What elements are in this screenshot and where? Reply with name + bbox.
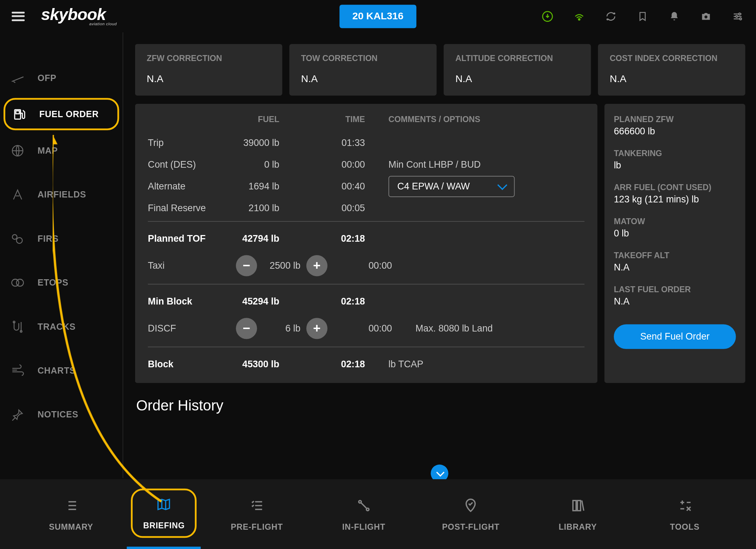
nav-label: TOOLS <box>670 522 699 531</box>
nav-in-flight[interactable]: IN-FLIGHT <box>317 497 411 531</box>
taxi-increment-button[interactable]: + <box>306 255 327 276</box>
tracks-icon <box>11 319 25 333</box>
sidebar-item-label: ETOPS <box>38 277 68 287</box>
card-value: N.A <box>455 73 579 85</box>
discf-increment-button[interactable]: + <box>306 317 327 339</box>
nav-label: LIBRARY <box>559 522 597 531</box>
taxi-decrement-button[interactable]: − <box>236 255 257 276</box>
nav-label: IN-FLIGHT <box>342 522 385 531</box>
cost-index-correction-card[interactable]: COST INDEX CORRECTION N.A <box>598 44 745 95</box>
sidebar-item-label: AIRFIELDS <box>38 189 86 199</box>
zfw-correction-card[interactable]: ZFW CORRECTION N.A <box>135 44 283 95</box>
logo-text: skybook <box>41 5 106 24</box>
altitude-correction-card[interactable]: ALTITUDE CORRECTION N.A <box>444 44 591 95</box>
card-label: ALTITUDE CORRECTION <box>455 53 579 63</box>
alternate-dropdown[interactable]: C4 EPWA / WAW <box>389 176 515 197</box>
fuel-content-row: FUEL TIME COMMENTS / OPTIONS Trip 39000 … <box>135 104 745 383</box>
sidebar-item-label: TRACKS <box>38 321 76 331</box>
logo: skybook aviation cloud <box>41 6 117 26</box>
menu-button[interactable] <box>12 12 25 21</box>
main-content: ZFW CORRECTION N.A TOW CORRECTION N.A AL… <box>123 32 756 479</box>
sidebar-item-label: CHARTS <box>38 366 76 375</box>
svg-rect-9 <box>16 111 19 113</box>
row-cont: Cont (DES) 0 lb 00:00 Min Cont LHBP / BU… <box>148 154 584 175</box>
nav-summary[interactable]: SUMMARY <box>24 497 118 531</box>
sidebar-item-airfields[interactable]: AIRFIELDS <box>0 173 122 216</box>
settings-icon[interactable] <box>731 10 744 23</box>
svg-point-11 <box>12 234 17 239</box>
sidebar-item-tracks[interactable]: TRACKS <box>0 304 122 348</box>
corrections-row: ZFW CORRECTION N.A TOW CORRECTION N.A AL… <box>135 44 745 95</box>
header: skybook aviation cloud 20 KAL316 <box>0 0 756 32</box>
download-icon[interactable] <box>541 10 554 23</box>
svg-point-18 <box>366 508 369 511</box>
sidebar-item-firs[interactable]: FIRS <box>0 216 122 260</box>
fuel-pump-icon <box>12 107 26 121</box>
card-value: N.A <box>610 73 734 85</box>
time-header: TIME <box>306 114 377 124</box>
fuel-table-header: FUEL TIME COMMENTS / OPTIONS <box>148 114 584 124</box>
pin-icon <box>11 407 25 421</box>
sp-matow: MATOW 0 lb <box>614 216 736 239</box>
bell-icon[interactable] <box>668 10 681 23</box>
tow-correction-card[interactable]: TOW CORRECTION N.A <box>289 44 437 95</box>
nav-label: SUMMARY <box>49 522 93 531</box>
sidebar-item-etops[interactable]: ETOPS <box>0 260 122 304</box>
sidebar: OFP FUEL ORDER MAP AIRFIELDS FIRS ETOPS … <box>0 32 123 478</box>
sidebar-item-notices[interactable]: NOTICES <box>0 393 122 436</box>
route-icon <box>356 497 372 514</box>
card-label: COST INDEX CORRECTION <box>610 53 734 63</box>
discf-decrement-button[interactable]: − <box>236 317 257 339</box>
svg-point-5 <box>738 13 741 15</box>
side-panel: PLANNED ZFW 666600 lb TANKERING lb ARR F… <box>604 104 745 383</box>
row-min-block: Min Block 45294 lb 02:18 <box>148 290 584 312</box>
runway-icon <box>11 187 25 201</box>
send-fuel-order-button[interactable]: Send Fuel Order <box>614 324 736 349</box>
camera-icon[interactable] <box>699 10 712 23</box>
divider <box>148 221 584 222</box>
svg-rect-19 <box>573 501 576 511</box>
row-taxi: Taxi − 2500 lb + 00:00 <box>148 249 584 282</box>
sidebar-item-map[interactable]: MAP <box>0 128 122 172</box>
nav-pre-flight[interactable]: PRE-FLIGHT <box>210 497 304 531</box>
nav-briefing[interactable]: BRIEFING <box>131 489 197 538</box>
sp-arr-fuel: ARR FUEL (CONT USED) 123 kg (121 mins) l… <box>614 182 736 205</box>
svg-point-14 <box>16 279 24 286</box>
location-check-icon <box>463 497 479 514</box>
bookmark-icon[interactable] <box>636 10 649 23</box>
row-discf: DISCF − 6 lb + 00:00 Max. 8080 lb Land <box>148 312 584 344</box>
svg-point-7 <box>740 18 742 20</box>
sp-tankering: TANKERING lb <box>614 148 736 171</box>
card-label: TOW CORRECTION <box>301 53 425 63</box>
sidebar-item-ofp[interactable]: OFP <box>0 56 122 100</box>
nav-tools[interactable]: TOOLS <box>638 497 732 531</box>
expand-chevron-button[interactable] <box>431 464 448 479</box>
sp-takeoff-alt: TAKEOFF ALT N.A <box>614 250 736 273</box>
svg-point-1 <box>578 18 580 20</box>
sidebar-item-fuel-order[interactable]: FUEL ORDER <box>4 98 119 130</box>
order-history-title: Order History <box>135 397 745 414</box>
divider <box>148 347 584 347</box>
etops-icon <box>11 275 25 289</box>
nav-library[interactable]: LIBRARY <box>531 497 625 531</box>
sidebar-item-label: FUEL ORDER <box>39 109 99 119</box>
svg-point-4 <box>704 15 707 18</box>
regions-icon <box>11 232 25 246</box>
sidebar-item-charts[interactable]: CHARTS <box>0 348 122 392</box>
nav-post-flight[interactable]: POST-FLIGHT <box>424 497 518 531</box>
card-value: N.A <box>301 73 425 85</box>
bottom-nav: SUMMARY BRIEFING PRE-FLIGHT IN-FLIGHT PO… <box>0 479 756 549</box>
flight-id-button[interactable]: 20 KAL316 <box>339 5 416 28</box>
checklist-icon <box>248 497 265 514</box>
wifi-icon[interactable] <box>573 10 586 23</box>
header-icons <box>541 10 744 23</box>
comments-header: COMMENTS / OPTIONS <box>377 114 584 124</box>
sync-icon[interactable] <box>604 10 617 23</box>
map-fold-icon <box>156 496 172 513</box>
svg-point-12 <box>16 237 22 243</box>
books-icon <box>570 497 586 514</box>
sidebar-item-label: NOTICES <box>38 409 78 419</box>
svg-point-17 <box>359 501 361 503</box>
sp-last-fuel-order: LAST FUEL ORDER N.A <box>614 284 736 307</box>
card-value: N.A <box>147 73 271 85</box>
